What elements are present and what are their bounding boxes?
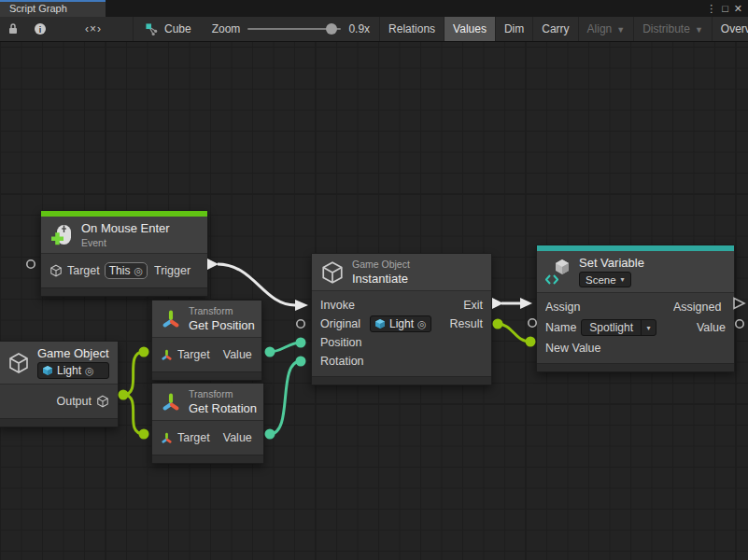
node-on-mouse-enter[interactable]: On Mouse Enter Event Target This ◎ Trigg…: [40, 210, 208, 297]
value-port-label: Value: [223, 431, 252, 444]
node-footer: [152, 371, 261, 380]
target-port-label: Target: [67, 264, 100, 277]
assigned-port-label: Assigned: [673, 301, 726, 314]
mouse-enter-icon: [49, 223, 74, 247]
target-inline-field[interactable]: This ◎: [105, 262, 148, 279]
kebab-menu-icon[interactable]: ⋮: [706, 3, 716, 15]
chevron-down-icon: ▼: [616, 25, 625, 35]
graph-toolbar: i ‹×› Cube Zoom 0.9x Relation: [0, 17, 748, 42]
position-port-label: Position: [320, 336, 367, 349]
distribute-button[interactable]: Distribute ▼: [634, 17, 713, 41]
object-picker-icon[interactable]: ◎: [417, 318, 427, 330]
dim-button[interactable]: Dim: [496, 17, 533, 41]
graph-icon: [145, 22, 159, 36]
node-title: On Mouse Enter: [81, 221, 170, 235]
graph-breadcrumb[interactable]: Cube: [134, 17, 203, 41]
info-icon: i: [34, 22, 47, 35]
tab-strip: Script Graph ⋮ □ ✕: [0, 0, 748, 17]
node-get-position[interactable]: Transform Get Position Target Value: [151, 300, 262, 381]
transform-axis-icon: [161, 392, 181, 413]
node-footer: [537, 363, 734, 371]
unity-variable-icon: [545, 259, 572, 285]
lock-button[interactable]: [0, 17, 26, 41]
code-icon: ‹×›: [63, 22, 124, 35]
cube-icon: [96, 395, 109, 408]
node-footer: [152, 455, 263, 463]
maximize-icon[interactable]: □: [722, 3, 728, 14]
chevron-down-icon: ▾: [641, 320, 656, 335]
values-button[interactable]: Values: [445, 17, 496, 41]
result-port-label: Result: [450, 317, 483, 330]
close-icon[interactable]: ✕: [734, 3, 742, 15]
node-footer: [0, 418, 118, 427]
cube-icon: [7, 352, 30, 374]
name-port-label: Name: [545, 321, 576, 334]
variable-kind-dropdown[interactable]: Scene ▾: [579, 272, 631, 287]
svg-text:i: i: [39, 25, 42, 35]
node-subtitle: Event: [81, 237, 170, 248]
value-port-label: Value: [223, 348, 252, 361]
node-category: Transform: [189, 305, 253, 316]
node-title: Get Rotation: [189, 401, 267, 415]
node-title: Get Position: [189, 318, 265, 332]
tab-script-graph[interactable]: Script Graph: [0, 0, 106, 17]
value-port-label: Value: [697, 321, 726, 334]
zoom-control: Zoom 0.9x: [203, 17, 379, 41]
assign-port-label: Assign: [545, 301, 585, 314]
relations-button[interactable]: Relations: [380, 17, 445, 41]
game-object-value-field[interactable]: Light ◎: [37, 362, 109, 379]
node-title: Set Variable: [579, 256, 644, 270]
original-port-label: Original: [320, 317, 365, 330]
object-picker-icon[interactable]: ◎: [85, 365, 94, 377]
exit-port-label: Exit: [463, 299, 483, 312]
lock-icon: [7, 22, 19, 35]
node-footer: [41, 287, 207, 296]
chevron-down-icon: ▾: [621, 275, 625, 284]
node-set-variable[interactable]: Set Variable Scene ▾ Assign Assigned Nam…: [536, 245, 735, 372]
node-get-rotation[interactable]: Transform Get Rotation Target Value: [151, 383, 264, 464]
cube-icon: [49, 264, 63, 277]
script-graph-window: Script Graph ⋮ □ ✕ i ‹×›: [0, 0, 748, 560]
output-port-label: Output: [56, 395, 92, 408]
trigger-port-label: Trigger: [154, 264, 199, 277]
overview-button[interactable]: Overview: [713, 17, 748, 41]
zoom-label: Zoom: [212, 22, 241, 35]
edit-graph-button[interactable]: ‹×›: [54, 17, 134, 41]
node-instantiate[interactable]: Game Object Instantiate Invoke Exit Orig…: [311, 253, 492, 385]
original-inline-field[interactable]: Light ◎: [370, 315, 431, 332]
inspect-button[interactable]: i: [26, 17, 54, 41]
new-value-port-label: New Value: [545, 342, 601, 355]
transform-axis-icon: [161, 349, 173, 361]
zoom-slider-handle[interactable]: [326, 23, 337, 35]
carry-button[interactable]: Carry: [533, 17, 578, 41]
unity-object-icon: [374, 318, 386, 329]
chevron-down-icon: ▼: [695, 25, 703, 35]
node-footer: [312, 376, 491, 385]
zoom-value: 0.9x: [348, 22, 370, 35]
graph-name: Cube: [164, 22, 191, 35]
node-game-object-literal[interactable]: Game Object Light ◎ Output: [0, 341, 119, 427]
object-picker-icon[interactable]: ◎: [134, 265, 143, 277]
cube-icon: [320, 260, 345, 285]
rotation-port-label: Rotation: [320, 355, 367, 368]
zoom-slider[interactable]: [247, 28, 341, 30]
variable-name-dropdown[interactable]: Spotlight ▾: [581, 319, 656, 336]
node-title: Game Object: [37, 346, 116, 360]
align-button[interactable]: Align ▼: [579, 17, 635, 41]
invoke-port-label: Invoke: [320, 299, 361, 312]
unity-object-icon: [42, 365, 53, 376]
node-category: Game Object: [352, 259, 410, 270]
transform-axis-icon: [161, 309, 181, 329]
transform-axis-icon: [161, 432, 173, 444]
node-category: Transform: [189, 388, 255, 399]
target-port-label: Target: [177, 431, 210, 444]
target-port-label: Target: [177, 348, 210, 361]
node-title: Instantiate: [352, 272, 410, 286]
